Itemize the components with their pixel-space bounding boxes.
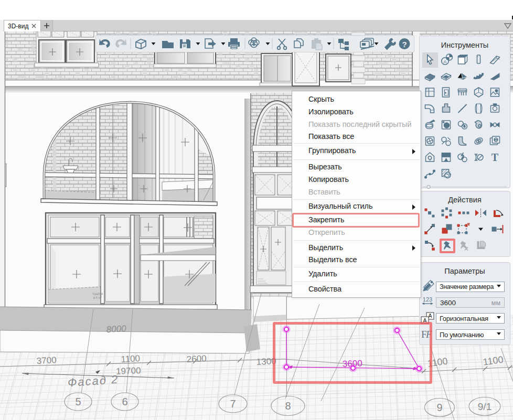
svg-text:123: 123 bbox=[423, 296, 432, 303]
svg-text:А: А bbox=[428, 313, 432, 319]
